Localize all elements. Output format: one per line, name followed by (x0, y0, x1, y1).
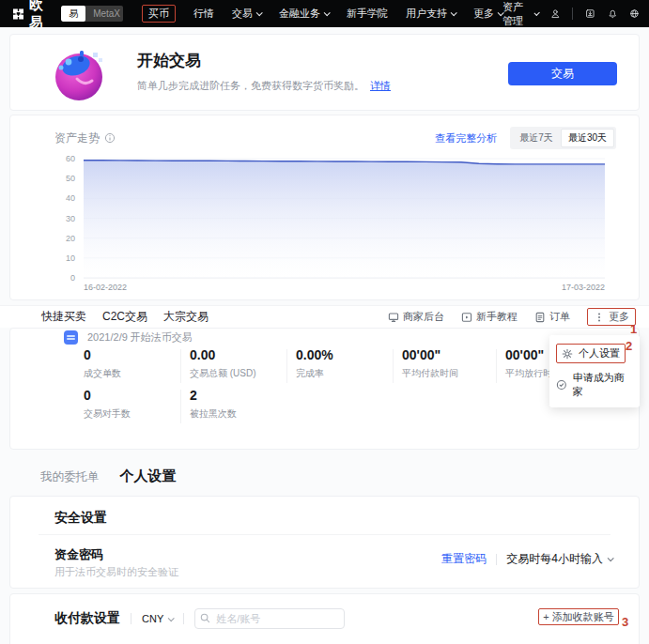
svg-text:16-02-2022: 16-02-2022 (84, 283, 127, 292)
action-label: 新手教程 (476, 310, 518, 324)
tab-block-trade[interactable]: 大宗交易 (163, 309, 209, 325)
nav-item-trade[interactable]: 交易 (232, 7, 261, 21)
currency-select[interactable]: CNY (142, 613, 173, 624)
fund-password-label: 资金密码 (54, 546, 103, 563)
okx-logo[interactable]: 欧易 (13, 0, 50, 32)
divider (496, 349, 497, 383)
divider (286, 349, 287, 383)
svg-text:10: 10 (66, 253, 75, 263)
menu-label: 申请成为商家 (573, 371, 633, 399)
play-video-icon (461, 312, 472, 323)
nav-item-finance[interactable]: 金融业务 (279, 7, 329, 21)
nav-label: 新手学院 (347, 7, 388, 21)
divider (39, 534, 610, 535)
page-title: 开始交易 (137, 50, 391, 71)
stat-label: 交易总额 (USD) (190, 367, 256, 380)
tab-my-orders[interactable]: 我的委托单 (40, 469, 100, 485)
annotation-1: 1 (630, 322, 637, 336)
nav-label: 行情 (193, 7, 214, 21)
gear-icon (562, 348, 573, 360)
tab-express-buy[interactable]: 快捷买卖 (41, 309, 86, 325)
stat-total-volume: 0.00 交易总额 (USD) (190, 347, 256, 380)
globe-icon[interactable] (629, 7, 640, 21)
details-link[interactable]: 详情 (370, 80, 391, 91)
bell-icon[interactable] (608, 7, 618, 21)
payment-row: 收付款设置 CNY (54, 608, 345, 629)
merchant-avatar-icon (64, 330, 78, 345)
beginner-tutorial-button[interactable]: 新手教程 (461, 310, 518, 324)
asset-trend-card: 资产走势 查看完整分析 最近7天 最近30天 01020304050 (9, 115, 640, 300)
chevron-down-icon (324, 9, 331, 16)
stat-label: 成交单数 (84, 367, 121, 380)
range-30d-button[interactable]: 最近30天 (561, 129, 614, 147)
svg-text:17-03-2022: 17-03-2022 (562, 283, 605, 292)
action-label: 更多 (609, 310, 629, 324)
annotation-2: 2 (626, 339, 632, 353)
more-button[interactable]: 更多 (587, 308, 636, 326)
svg-text:20: 20 (66, 234, 75, 243)
stat-value: 0.00% (296, 347, 333, 362)
assets-menu[interactable]: 资产管理 (502, 0, 538, 28)
chart-title-wrap: 资产走势 (54, 130, 116, 146)
stat-value: 0 (84, 388, 131, 403)
trade-button[interactable]: 交易 (508, 62, 617, 85)
nav-item-markets[interactable]: 行情 (193, 7, 214, 21)
user-icon[interactable] (550, 7, 561, 21)
navbar-right: 资产管理 (502, 0, 640, 28)
monitor-icon (388, 312, 399, 323)
chevron-down-icon (168, 615, 175, 621)
merchant-since-text: 2021/2/9 开始法币交易 (87, 330, 193, 345)
nav-item-more[interactable]: 更多 (473, 7, 502, 21)
divider (393, 349, 394, 383)
fiat-tabbar: 快捷买卖 C2C交易 大宗交易 商家后台 新手教程 订单 (0, 305, 649, 328)
stat-label: 被拉黑次数 (190, 407, 237, 421)
currency-label: CNY (142, 613, 163, 624)
frequency-label: 交易时每4小时输入 (506, 551, 603, 567)
chart-header: 资产走势 查看完整分析 最近7天 最近30天 (10, 115, 639, 149)
brand-name: 欧易 (29, 0, 50, 32)
divider (572, 8, 573, 20)
password-frequency-select[interactable]: 交易时每4小时输入 (506, 551, 612, 567)
okx-fiat-page: 欧易 交易所 MetaX 买币 行情 交易 金融业务 新手学院 (0, 0, 649, 644)
tab-exchange[interactable]: 交易所 (61, 6, 85, 22)
divider (496, 554, 497, 565)
assets-label: 资产管理 (502, 0, 531, 28)
merchant-since-row: 2021/2/9 开始法币交易 (64, 330, 193, 345)
svg-text:30: 30 (66, 214, 75, 223)
svg-text:40: 40 (66, 193, 75, 203)
menu-item-become-merchant[interactable]: 申请成为商家 (549, 367, 640, 403)
divider (180, 349, 181, 383)
svg-text:50: 50 (66, 174, 75, 183)
section-tabs: 我的委托单 个人设置 (40, 468, 177, 485)
mascot-image (52, 45, 110, 103)
kebab-menu-icon (594, 312, 605, 323)
annotated-menu-item: 个人设置 (556, 344, 626, 363)
asset-trend-chart: 010203040506016-02-202217-03-2022 (52, 149, 608, 292)
product-switcher: 交易所 MetaX (61, 6, 123, 22)
nav-item-academy[interactable]: 新手学院 (347, 7, 388, 21)
tab-personal-settings[interactable]: 个人设置 (120, 468, 177, 485)
nav-item-buy-crypto[interactable]: 买币 (142, 5, 176, 23)
chevron-down-icon (256, 9, 263, 16)
security-title: 安全设置 (54, 510, 107, 527)
security-settings-card: 安全设置 资金密码 用于法币交易时的安全验证 重置密码 交易时每4小时输入 (9, 496, 640, 589)
nav-label: 金融业务 (279, 7, 320, 21)
merchant-console-button[interactable]: 商家后台 (388, 310, 444, 324)
tab-c2c-trade[interactable]: C2C交易 (102, 309, 147, 325)
tab-metax[interactable]: MetaX (85, 6, 123, 22)
orders-button[interactable]: 订单 (534, 310, 570, 324)
reset-password-link[interactable]: 重置密码 (441, 551, 487, 567)
add-payment-account-button[interactable]: + 添加收款账号 (538, 608, 619, 625)
chart-controls: 查看完整分析 最近7天 最近30天 (435, 127, 616, 149)
download-icon[interactable] (585, 7, 595, 21)
info-icon[interactable] (104, 132, 116, 144)
payment-search-input[interactable] (194, 608, 345, 629)
full-analysis-link[interactable]: 查看完整分析 (435, 131, 497, 146)
nav-item-support[interactable]: 用户支持 (406, 7, 456, 21)
stat-label: 平均付款时间 (402, 367, 458, 380)
range-7d-button[interactable]: 最近7天 (512, 129, 561, 147)
merchant-stats-card: 2021/2/9 开始法币交易 0 成交单数 0.00 交易总额 (USD) 0… (9, 328, 640, 450)
stat-value: 0.00 (190, 347, 256, 362)
fund-password-desc: 用于法币交易时的安全验证 (54, 565, 178, 579)
start-trading-banner: 开始交易 简单几步完成进阶任务，免费获得数字货币奖励。详情 交易 (9, 34, 640, 111)
